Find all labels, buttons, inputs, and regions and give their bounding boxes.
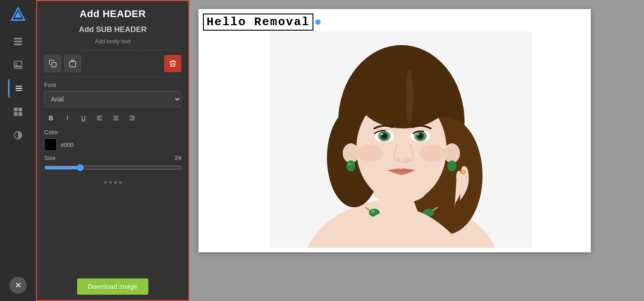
svg-point-63 xyxy=(462,171,465,173)
text-style-row xyxy=(44,55,181,72)
svg-point-33 xyxy=(406,70,413,124)
svg-point-6 xyxy=(16,63,18,64)
svg-point-45 xyxy=(403,157,410,162)
size-slider-container xyxy=(44,164,181,173)
style-buttons-group xyxy=(44,55,81,72)
sidebar-item-pattern[interactable] xyxy=(8,102,28,122)
svg-rect-12 xyxy=(52,63,56,67)
svg-point-53 xyxy=(447,160,456,171)
svg-point-52 xyxy=(444,143,460,163)
svg-rect-10 xyxy=(18,112,22,116)
delete-button[interactable] xyxy=(164,55,181,72)
canvas-area[interactable]: Hello Removal xyxy=(189,0,644,301)
svg-rect-9 xyxy=(14,112,18,116)
canvas-image xyxy=(271,32,532,248)
canvas-text-handle[interactable] xyxy=(315,19,321,25)
color-swatch[interactable] xyxy=(44,138,57,151)
font-label: Font xyxy=(44,82,181,88)
copy-button[interactable] xyxy=(44,55,61,72)
size-row: Size 24 xyxy=(44,155,181,161)
dot-1 xyxy=(104,181,107,184)
svg-point-47 xyxy=(419,145,446,161)
color-label: Color xyxy=(44,129,181,136)
svg-rect-8 xyxy=(18,108,22,111)
dot-3 xyxy=(114,181,117,184)
svg-point-46 xyxy=(356,145,383,161)
svg-point-38 xyxy=(381,133,383,135)
align-right-button[interactable] xyxy=(125,112,139,124)
dot-2 xyxy=(109,181,112,184)
svg-point-43 xyxy=(417,133,419,135)
panel-header-title: Add HEADER xyxy=(44,8,181,20)
download-button[interactable]: Download Image xyxy=(77,278,148,295)
svg-point-50 xyxy=(346,160,355,171)
svg-rect-2 xyxy=(14,38,22,40)
paste-button[interactable] xyxy=(64,55,81,72)
svg-point-59 xyxy=(371,210,375,213)
svg-rect-14 xyxy=(69,62,76,67)
text-panel: Add HEADER Add SUB HEADER Add body text xyxy=(36,0,189,301)
panel-body-text: Add body text xyxy=(44,38,181,45)
svg-rect-7 xyxy=(14,108,18,111)
align-left-button[interactable] xyxy=(93,112,106,124)
svg-rect-4 xyxy=(14,44,22,46)
svg-rect-5 xyxy=(14,61,22,69)
sidebar-item-adjust[interactable] xyxy=(8,125,28,145)
panel-subtitle: Add SUB HEADER xyxy=(44,25,181,34)
pagination-dots xyxy=(44,178,181,187)
font-select[interactable]: Arial Georgia Helvetica Times New Roman … xyxy=(44,91,181,107)
size-label: Size xyxy=(44,155,55,161)
align-center-button[interactable] xyxy=(109,112,123,124)
svg-point-44 xyxy=(394,157,401,162)
sidebar-item-text[interactable] xyxy=(8,78,28,98)
close-button[interactable]: ✕ xyxy=(9,277,27,294)
divider-1 xyxy=(44,50,181,50)
svg-point-51 xyxy=(348,163,351,165)
svg-point-49 xyxy=(343,143,359,163)
panel-footer: Download Image xyxy=(37,273,189,300)
size-slider[interactable] xyxy=(44,164,181,171)
close-icon: ✕ xyxy=(15,280,22,290)
italic-button[interactable]: I xyxy=(60,112,74,124)
underline-button[interactable]: U xyxy=(77,112,90,124)
size-value: 24 xyxy=(175,155,181,161)
canvas-container: Hello Removal xyxy=(198,9,591,252)
svg-point-48 xyxy=(377,180,426,203)
canvas-text-element[interactable]: Hello Removal xyxy=(203,14,321,31)
dot-4 xyxy=(119,181,122,184)
bold-button[interactable]: B xyxy=(44,112,58,124)
color-value: #000 xyxy=(60,141,74,148)
divider-2 xyxy=(44,77,181,77)
canvas-text-label[interactable]: Hello Removal xyxy=(203,14,313,31)
app-logo xyxy=(8,5,28,24)
svg-point-32 xyxy=(356,61,451,128)
panel-content: Add HEADER Add SUB HEADER Add body text xyxy=(37,1,189,273)
color-row: #000 xyxy=(44,138,181,151)
icon-bar: ✕ xyxy=(0,0,36,301)
format-row: B I U xyxy=(44,112,181,124)
sidebar-item-layers[interactable] xyxy=(8,32,28,51)
svg-rect-3 xyxy=(14,41,22,42)
sidebar-item-image[interactable] xyxy=(8,55,28,75)
